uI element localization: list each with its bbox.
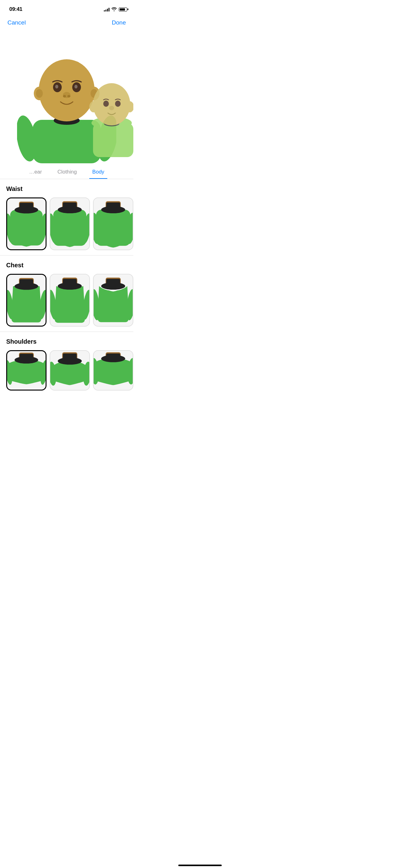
chest-title: Chest [0,262,133,274]
svg-point-54 [58,282,82,290]
svg-rect-51 [11,310,41,322]
shoulders-option-3[interactable] [93,350,133,391]
signal-icon [104,7,109,11]
svg-point-17 [67,95,70,97]
svg-point-22 [93,83,130,125]
svg-point-68 [14,356,38,364]
chest-option-3[interactable] [93,274,133,327]
waist-option-3[interactable] [93,197,133,250]
svg-point-78 [101,355,125,362]
svg-point-13 [55,85,58,89]
svg-point-25 [103,101,109,107]
svg-point-14 [74,85,77,89]
tab-body[interactable]: Body [89,166,108,179]
svg-point-48 [14,283,38,290]
svg-point-6 [39,59,95,121]
svg-point-26 [115,101,121,107]
shoulders-options [0,350,133,391]
shoulders-option-2[interactable] [49,350,90,391]
svg-rect-57 [55,311,85,323]
shoulders-title: Shoulders [0,338,133,350]
svg-point-73 [58,357,82,365]
tabs-container: …ear Clothing Body [0,163,133,179]
waist-option-2[interactable] [49,197,90,250]
svg-point-60 [101,282,125,290]
waist-option-1[interactable] [6,197,46,250]
wifi-icon [111,7,117,12]
chest-options [0,274,133,327]
battery-icon [119,7,127,11]
svg-point-43 [101,206,125,213]
cancel-button[interactable]: Cancel [7,19,26,26]
chest-section: Chest [0,255,133,332]
svg-point-23 [89,101,98,113]
svg-point-31 [14,207,38,214]
svg-point-9 [36,89,43,98]
shoulders-section: Shoulders [0,332,133,396]
waist-section: Waist [0,179,133,255]
chest-option-1[interactable] [6,274,46,327]
nav-bar: Cancel Done [0,17,133,30]
status-time: 09:41 [9,6,22,12]
svg-point-37 [58,206,82,213]
tab-headwear[interactable]: …ear [26,166,45,179]
svg-rect-65 [98,310,129,322]
waist-options [0,197,133,250]
chest-option-2[interactable] [49,274,90,327]
status-icons [104,7,127,12]
shoulders-option-1[interactable] [6,350,46,391]
waist-title: Waist [0,185,133,197]
status-bar: 09:41 [0,0,133,17]
avatar-preview [0,30,133,163]
avatar-secondary [87,70,133,157]
tab-clothing[interactable]: Clothing [54,166,80,179]
svg-point-27 [109,106,114,110]
done-button[interactable]: Done [112,19,126,26]
svg-point-62 [112,290,126,301]
svg-point-61 [100,290,114,301]
svg-point-16 [63,95,66,97]
